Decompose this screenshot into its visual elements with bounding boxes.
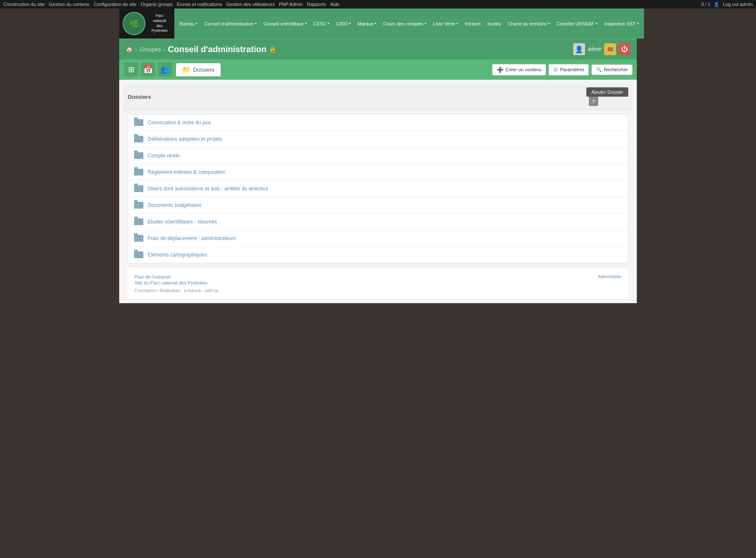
main-nav: Bureau▾Conseil d'administration▾Conseil …: [174, 8, 644, 39]
gear-icon: ⚙: [553, 67, 558, 73]
admin-bar-right: 0 / 1 👤 Log out admin: [701, 2, 753, 7]
dropdown-arrow-icon: ▾: [196, 22, 197, 25]
folder-item[interactable]: Frais de déplacement - administrateurs: [128, 230, 628, 247]
toolbar: ⊞ 📅 👥 📁 Dossiers ➕ Créer un contenu ⚙ Pa…: [119, 59, 637, 80]
create-content-btn[interactable]: ➕ Créer un contenu: [492, 64, 546, 75]
user-count: 0 / 1: [701, 2, 710, 7]
admin-bar-link-construction[interactable]: Construction du site: [3, 2, 45, 7]
folder-label[interactable]: Délibérations adoptées et projets: [148, 136, 222, 142]
toolbar-right: ➕ Créer un contenu ⚙ Paramètres 🔍 Recher…: [492, 64, 633, 75]
nav-item-contr-le-urssaf[interactable]: Contrôle URSSAF▾: [553, 8, 601, 39]
nav-item-intranet[interactable]: Intranet: [462, 8, 484, 39]
logo-icon: 🌿: [123, 12, 146, 35]
admin-bar-link-users[interactable]: Gestion des utilisateurs: [226, 2, 274, 7]
dossiers-section-title: Dossiers: [128, 94, 151, 100]
footer-site-link[interactable]: Site du Parc national des Pyrénées: [134, 280, 207, 285]
power-button[interactable]: ⏻: [619, 43, 630, 55]
folder-item[interactable]: Délibérations adoptées et projets: [128, 131, 628, 148]
folder-label[interactable]: Frais de déplacement - administrateurs: [148, 235, 236, 241]
dropdown-arrow-icon: ▾: [548, 22, 550, 25]
nav-item-cido[interactable]: CIDO▾: [333, 8, 354, 39]
folder-item[interactable]: Etudes scientifiques - résumés: [128, 214, 628, 230]
footer-admin-link[interactable]: Administrer: [598, 274, 622, 279]
nav-item-cesc[interactable]: CESC▾: [310, 8, 333, 39]
folder-icon: [134, 152, 143, 159]
nav-item-conseil-d-administration[interactable]: Conseil d'administration▾: [201, 8, 260, 39]
folder-label[interactable]: Eléments cartographiques: [148, 252, 207, 258]
folder-icon: [134, 119, 143, 126]
folder-item[interactable]: Eléments cartographiques: [128, 247, 628, 263]
avatar: 👤: [573, 43, 585, 55]
admin-bar-link-aide[interactable]: Aide: [330, 2, 339, 7]
mail-button[interactable]: ✉: [604, 43, 616, 55]
lock-icon: 🔒: [269, 46, 276, 53]
folder-icon: [134, 234, 143, 242]
help-btn[interactable]: ?: [589, 97, 598, 106]
admin-bar-links: Construction du siteGestion du contenuCo…: [3, 2, 696, 7]
dossiers-tab[interactable]: 📁 Dossiers: [176, 63, 221, 76]
dropdown-arrow-icon: ▾: [349, 22, 351, 25]
members-button[interactable]: 👥: [157, 62, 173, 77]
nav-item-charte-du-territoire[interactable]: Charte du territoire▾: [504, 8, 553, 39]
folder-label[interactable]: Compte rendu: [148, 153, 180, 159]
folder-label[interactable]: Documents budgétaires: [148, 202, 202, 208]
nav-item-cours-des-comptes[interactable]: Cours des comptes▾: [380, 8, 430, 39]
rechercher-label: Rechercher: [604, 67, 628, 72]
footer-plan-link[interactable]: Plan de l'extranet: [134, 274, 171, 279]
folder-item[interactable]: Documents budgétaires: [128, 197, 628, 214]
dropdown-arrow-icon: ▾: [375, 22, 376, 25]
folder-label[interactable]: Règlement intérieur & composition: [148, 169, 225, 175]
admin-label: admin: [588, 46, 602, 52]
admin-bar-link-pnp[interactable]: PNP Admin: [279, 2, 302, 7]
page-title: Conseil d'administration: [168, 45, 267, 54]
nav-item-conseil-scientifique[interactable]: Conseil scientifique▾: [260, 8, 310, 39]
folder-label[interactable]: Convocation & ordre du jour: [148, 120, 211, 126]
page-footer: Administrer Plan de l'extranet Site du P…: [128, 268, 628, 299]
folder-item[interactable]: Compte rendu: [128, 148, 628, 164]
content-area: Dossiers Ajouter Dossier ? Convocation &…: [119, 80, 637, 303]
page-header: 🏠 › Groupes › Conseil d'administration 🔒…: [119, 39, 637, 59]
nav-item-bureau[interactable]: Bureau▾: [176, 8, 201, 39]
dropdown-arrow-icon: ▾: [305, 22, 307, 25]
admin-bar-link-envois[interactable]: Envois et notifications: [177, 2, 222, 7]
logout-link[interactable]: Log out admin: [723, 2, 753, 7]
plus-icon: ➕: [497, 67, 504, 73]
folder-icon: [134, 168, 143, 176]
nav-item-invit-s[interactable]: Invités: [484, 8, 504, 39]
folder-item[interactable]: Règlement intérieur & composition: [128, 164, 628, 181]
folder-icon: [134, 135, 143, 143]
footer-conception: Conception / Réalisation : e-nuksuk - we…: [134, 288, 622, 293]
nav-item-liste-verte[interactable]: Liste Verte▾: [430, 8, 462, 39]
nav-item-inspection-sst[interactable]: Inspection SST▾: [601, 8, 642, 39]
rechercher-btn[interactable]: 🔍 Rechercher: [591, 64, 633, 75]
logo-symbol: 🌿: [129, 19, 139, 28]
dropdown-arrow-icon: ▾: [328, 22, 329, 25]
home-icon[interactable]: 🏠: [126, 46, 133, 53]
admin-bar-link-gestion-contenu[interactable]: Gestion du contenu: [49, 2, 89, 7]
admin-bar-link-config[interactable]: Configuration du site: [94, 2, 137, 7]
breadcrumb-groupes[interactable]: Groupes: [140, 46, 161, 53]
dropdown-arrow-icon: ▾: [596, 22, 597, 25]
ajouter-dossier-btn[interactable]: Ajouter Dossier: [586, 87, 628, 97]
user-icon-admin: 👤: [714, 2, 720, 7]
create-content-label: Créer un contenu: [505, 67, 541, 72]
dropdown-arrow-icon: ▾: [425, 22, 426, 25]
parametres-btn[interactable]: ⚙ Paramètres: [549, 64, 589, 75]
calendar-button[interactable]: 📅: [140, 62, 156, 77]
dossiers-header: Dossiers Ajouter Dossier ?: [123, 84, 633, 110]
folder-item[interactable]: Convocation & ordre du jour: [128, 114, 628, 131]
folder-label[interactable]: Divers dont autorisations et avis - arrê…: [148, 186, 269, 192]
folder-icon: [134, 201, 143, 209]
dossiers-folder-icon: 📁: [182, 66, 190, 74]
logo-area: 🌿 Parc national des Pyrénées: [119, 8, 174, 39]
breadcrumb: 🏠 › Groupes › Conseil d'administration 🔒: [126, 45, 276, 54]
dropdown-arrow-icon: ▾: [456, 22, 458, 25]
folder-item[interactable]: Divers dont autorisations et avis - arrê…: [128, 181, 628, 197]
grid-view-button[interactable]: ⊞: [123, 62, 139, 77]
admin-bar-link-rapports[interactable]: Rapports: [307, 2, 326, 7]
admin-bar: Construction du siteGestion du contenuCo…: [0, 0, 756, 8]
folder-label[interactable]: Etudes scientifiques - résumés: [148, 219, 217, 225]
nav-item-marque[interactable]: Marque▾: [354, 8, 380, 39]
admin-bar-link-organic[interactable]: Organic groups: [141, 2, 173, 7]
folder-icon: [134, 185, 143, 193]
